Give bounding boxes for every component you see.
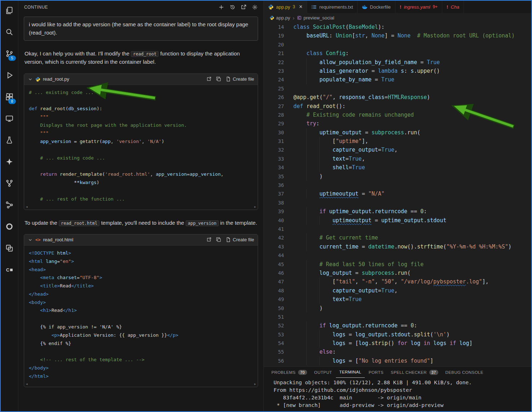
activity-item-search[interactable]: [1, 24, 17, 40]
code-line: capture_output=True,: [293, 286, 398, 295]
editor-code-row[interactable]: 30 uptime_output = subprocess.run(: [264, 128, 531, 137]
code-block-actions: Create file: [206, 76, 254, 82]
editor-code-row[interactable]: 53 logs = log_output.stdout.split('\n'): [264, 330, 531, 339]
editor-code-row[interactable]: 55 else:: [264, 348, 531, 356]
code-line: populate_by_name = True: [293, 75, 394, 84]
editor-code-row[interactable]: 34 shell=True: [264, 163, 531, 172]
open-in-editor-button[interactable]: [241, 4, 247, 10]
history-button[interactable]: [230, 4, 235, 10]
tab-close-icon[interactable]: ×: [299, 4, 302, 10]
code-line: [29, 187, 253, 195]
activity-item-git-graph[interactable]: [1, 197, 17, 213]
panel-tab-spell-checker[interactable]: SPELL CHECKER37: [387, 367, 442, 378]
editor-code-row[interactable]: 22 allow_population_by_field_name = True: [264, 58, 531, 67]
editor-tab-requirements.txt[interactable]: requirements.txt: [307, 1, 358, 13]
activity-item-source-control[interactable]: 5: [1, 45, 17, 62]
breadcrumb-item-preview_social[interactable]: preview_social: [297, 15, 334, 21]
editor-code-row[interactable]: 20: [264, 40, 531, 49]
activity-item-continue[interactable]: [1, 218, 17, 235]
scroll-left-icon[interactable]: ◂: [26, 382, 28, 386]
activity-item-remote-explorer[interactable]: [1, 110, 17, 127]
editor-code-row[interactable]: 40 uptimeoutput = uptime_output.stdout: [264, 216, 531, 225]
activity-item-c-extension[interactable]: C: [1, 261, 17, 278]
editor-code-row[interactable]: 44: [264, 251, 531, 260]
code-line: try:: [293, 119, 319, 128]
editor-code-row[interactable]: 36: [264, 181, 531, 189]
activity-item-testing[interactable]: [1, 132, 17, 148]
panel-tab-label: SPELL CHECKER: [391, 370, 427, 375]
new-session-button[interactable]: [218, 4, 224, 10]
editor-code-row[interactable]: 29 try:: [264, 119, 531, 128]
activity-item-pull-requests[interactable]: [1, 175, 17, 192]
activity-item-copilot[interactable]: [1, 153, 17, 170]
panel-tab-label: DEBUG CONSOLE: [445, 370, 484, 375]
editor-code-row[interactable]: 35 ): [264, 172, 531, 181]
copy-icon[interactable]: [216, 237, 221, 242]
editor-tab-app.py[interactable]: app.py3×: [264, 1, 307, 13]
editor-code-row[interactable]: 50 ): [264, 304, 531, 313]
editor-code-row[interactable]: 49 text=True: [264, 295, 531, 304]
insert-icon[interactable]: [206, 76, 212, 82]
activity-item-run-and-debug[interactable]: [1, 67, 17, 84]
editor-code-row[interactable]: 37 uptimeoutput = "N/A": [264, 189, 531, 198]
insert-icon[interactable]: [206, 237, 212, 242]
code-line: <p>Application Version: {{ app_version }…: [29, 331, 253, 340]
editor-code-area[interactable]: 14class SocialPost(BaseModel):19 baseURL…: [264, 23, 531, 366]
create-file-button[interactable]: Create file: [226, 237, 254, 242]
editor-code-row[interactable]: 28 # Existing code remains unchanged: [264, 111, 531, 119]
editor-code-row[interactable]: 19 baseURL: Union[str, None] = None # Ma…: [264, 31, 531, 40]
editor-code-row[interactable]: 42 # Get current time: [264, 233, 531, 242]
breadcrumb-item-app.py[interactable]: app.py: [270, 15, 290, 21]
create-file-button[interactable]: Create file: [226, 76, 254, 82]
editor-tab-Dockerfile[interactable]: Dockerfile: [358, 1, 395, 13]
panel-tab-problems[interactable]: PROBLEMS70: [268, 367, 310, 378]
editor-code-row[interactable]: 47 ["tail", "-n", "50", "/var/log/pybspo…: [264, 277, 531, 286]
editor-code-row[interactable]: 45 # Read last 50 lines of log file: [264, 260, 531, 269]
line-number: 25: [264, 84, 293, 93]
activity-item-explorer[interactable]: [1, 2, 17, 19]
editor-code-row[interactable]: 38: [264, 198, 531, 207]
chevron-down-icon[interactable]: [28, 237, 33, 242]
line-number: 43: [264, 242, 293, 251]
chevron-down-icon[interactable]: [28, 77, 33, 82]
line-number: 36: [264, 181, 293, 189]
editor-code-row[interactable]: 33 text=True,: [264, 154, 531, 163]
settings-button[interactable]: [252, 4, 258, 10]
editor-tab-ingress.yaml[interactable]: !ingress.yaml9+: [395, 1, 442, 13]
editor-code-row[interactable]: 14class SocialPost(BaseModel):: [264, 23, 531, 31]
activity-item-containers[interactable]: [1, 240, 17, 256]
editor-code-row[interactable]: 52 if log_output.returncode == 0:: [264, 321, 531, 330]
horizontal-scrollbar[interactable]: ◂▸: [24, 204, 258, 210]
panel-tab-ports[interactable]: PORTS: [365, 367, 387, 378]
editor-code-row[interactable]: 43 current_time = datetime.now().strftim…: [264, 242, 531, 251]
editor-code-row[interactable]: 39 if uptime_output.returncode == 0:: [264, 207, 531, 216]
copy-icon[interactable]: [216, 76, 221, 82]
terminal-output[interactable]: Unpacking objects: 100% (12/12), 2.88 Ki…: [264, 378, 531, 409]
editor-code-row[interactable]: 31 ["uptime"],: [264, 137, 531, 145]
scroll-right-icon[interactable]: ▸: [254, 205, 256, 209]
editor-code-row[interactable]: 54 logs = [log.strip() for log in logs i…: [264, 339, 531, 348]
sidebar-title: CONTINUE: [24, 5, 48, 10]
panel-tab-terminal[interactable]: TERMINAL: [336, 367, 364, 378]
editor-code-row[interactable]: 56 logs = ["No log entries found"]: [264, 357, 531, 365]
panel-tab-output[interactable]: OUTPUT: [311, 367, 336, 378]
editor-tab-Cha[interactable]: !Cha: [442, 1, 464, 13]
editor-code-row[interactable]: 41: [264, 225, 531, 233]
scroll-left-icon[interactable]: ◂: [26, 205, 28, 209]
panel-tab-debug-console[interactable]: DEBUG CONSOLE: [442, 367, 487, 378]
editor-code-row[interactable]: 51: [264, 313, 531, 321]
editor-code-row[interactable]: 25: [264, 84, 531, 93]
editor-code-row[interactable]: 48 capture_output=True,: [264, 286, 531, 295]
editor-code-row[interactable]: 21 class Config:: [264, 49, 531, 58]
editor-code-row[interactable]: 32 capture_output=True,: [264, 145, 531, 154]
editor-code-row[interactable]: 26@app.get("/", response_class=HTMLRespo…: [264, 93, 531, 102]
editor-code-row[interactable]: 23 alias_generator = lambda s: s.upper(): [264, 67, 531, 75]
editor-code-row[interactable]: 27def read_root():: [264, 102, 531, 111]
activity-item-extensions[interactable]: 8: [1, 89, 17, 105]
code-line: # Read last 50 lines of log file: [293, 260, 424, 269]
editor-code-row[interactable]: 24 populate_by_name = True: [264, 75, 531, 84]
horizontal-scrollbar[interactable]: ◂▸: [24, 381, 258, 387]
code-line: <meta charset="UTF-8">: [29, 274, 253, 282]
scroll-right-icon[interactable]: ▸: [254, 382, 256, 386]
editor-code-row[interactable]: 46 log_output = subprocess.run(: [264, 269, 531, 277]
